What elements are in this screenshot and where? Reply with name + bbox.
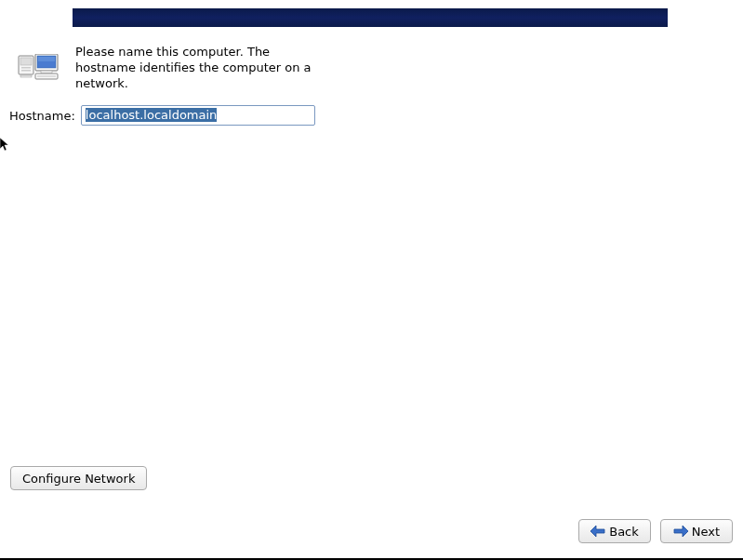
- svg-rect-2: [21, 67, 31, 69]
- hostname-label: Hostname:: [9, 109, 75, 123]
- configure-network-label: Configure Network: [22, 472, 135, 486]
- hostname-input-value: localhost.localdomain: [86, 108, 217, 122]
- network-computers-icon: [17, 54, 63, 84]
- svg-rect-10: [37, 75, 56, 77]
- svg-rect-4: [20, 75, 32, 77]
- mouse-cursor: [0, 138, 11, 153]
- svg-rect-3: [21, 70, 31, 72]
- back-label: Back: [609, 525, 639, 539]
- next-button[interactable]: Next: [660, 519, 733, 543]
- arrow-right-icon: [673, 526, 688, 537]
- hostname-input[interactable]: localhost.localdomain: [81, 105, 315, 126]
- svg-rect-7: [38, 57, 55, 61]
- svg-rect-1: [20, 58, 32, 65]
- arrow-left-icon: [590, 526, 605, 537]
- configure-network-button[interactable]: Configure Network: [10, 466, 147, 490]
- hostname-description: Please name this computer. The hostname …: [75, 45, 317, 92]
- hostname-row: Hostname: localhost.localdomain: [9, 105, 315, 126]
- navigation-buttons: Back Next: [578, 519, 733, 543]
- next-label: Next: [692, 525, 720, 539]
- installer-banner: [73, 8, 668, 27]
- back-button[interactable]: Back: [578, 519, 651, 543]
